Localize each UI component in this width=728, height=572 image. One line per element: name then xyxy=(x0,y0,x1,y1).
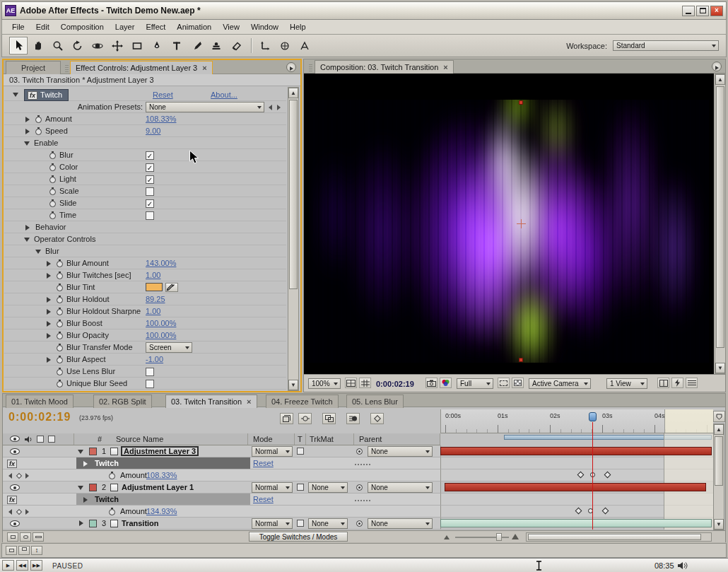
stopwatch-icon[interactable] xyxy=(49,213,56,219)
eyedropper-icon[interactable] xyxy=(165,283,178,292)
panel-grip[interactable] xyxy=(65,64,69,72)
layer-color-chip[interactable] xyxy=(89,520,97,527)
show-channel-icon[interactable] xyxy=(440,378,452,388)
effect-reset-link[interactable]: Reset xyxy=(253,495,274,503)
param-checkbox[interactable]: ✓ xyxy=(146,163,154,172)
brush-tool-icon[interactable] xyxy=(187,37,206,54)
composition-image[interactable] xyxy=(309,100,709,363)
lock-column-icon[interactable] xyxy=(48,436,55,443)
tab-comp-3[interactable]: 03. Twitch Transition× xyxy=(165,395,257,408)
stopwatch-icon[interactable] xyxy=(57,321,63,327)
twirl-icon[interactable] xyxy=(78,450,83,454)
stopwatch-icon[interactable] xyxy=(57,261,63,267)
tab-effect-controls[interactable]: Effect Controls: Adjustment Layer 3× xyxy=(70,61,213,74)
menu-composition[interactable]: Composition xyxy=(55,21,110,33)
color-swatch[interactable] xyxy=(146,283,163,291)
twirl-icon[interactable] xyxy=(83,497,88,503)
stopwatch-icon[interactable] xyxy=(35,129,42,135)
stopwatch-icon[interactable] xyxy=(57,273,63,279)
column-parent[interactable]: Parent xyxy=(359,435,382,443)
pan-behind-tool-icon[interactable] xyxy=(108,37,127,54)
menu-window[interactable]: Window xyxy=(245,21,284,33)
parent-dropdown[interactable]: None xyxy=(368,446,433,457)
camera-dropdown[interactable]: Active Camera xyxy=(529,378,591,389)
twirl-icon[interactable] xyxy=(47,261,51,267)
tab-close-icon[interactable]: × xyxy=(202,64,206,72)
stopwatch-icon[interactable] xyxy=(49,165,56,171)
layer-row[interactable]: 1 Adjustment Layer 3 Normal None xyxy=(3,445,440,457)
tab-close-icon[interactable]: × xyxy=(443,63,447,71)
stopwatch-icon[interactable] xyxy=(57,333,63,339)
layer-handle-bottom[interactable] xyxy=(519,358,523,362)
stopwatch-icon[interactable] xyxy=(57,381,63,387)
layer-handle-top[interactable] xyxy=(519,100,523,105)
motion-blur-icon[interactable] xyxy=(346,413,360,424)
twirl-icon[interactable] xyxy=(78,486,83,490)
type-tool-icon[interactable] xyxy=(168,37,186,54)
layer-row[interactable]: 3 Transition Normal None None xyxy=(3,518,440,530)
stopwatch-icon[interactable] xyxy=(49,153,56,159)
param-value[interactable]: 143.00% xyxy=(146,259,176,267)
rewind-button[interactable]: ◀◀ xyxy=(16,560,28,571)
blend-mode-dropdown[interactable]: Normal xyxy=(252,446,293,457)
auto-keyframe-icon[interactable] xyxy=(370,413,384,424)
scrollbar-thumb[interactable] xyxy=(289,100,298,289)
param-checkbox[interactable]: ✓ xyxy=(146,199,154,208)
param-value[interactable]: 100.00% xyxy=(146,331,176,339)
parent-dropdown[interactable]: None xyxy=(368,518,433,529)
stopwatch-icon[interactable] xyxy=(57,309,63,315)
timeline-scrollbar[interactable]: ▲ ▼ xyxy=(713,424,724,530)
add-keyframe-icon[interactable] xyxy=(16,509,22,515)
zoom-in-icon[interactable] xyxy=(512,534,519,539)
stopwatch-icon[interactable] xyxy=(109,509,115,515)
param-value[interactable]: 108.33% xyxy=(146,115,176,123)
zoom-tool-icon[interactable] xyxy=(49,37,67,54)
pickwhip-icon[interactable] xyxy=(356,484,363,491)
twirl-icon[interactable] xyxy=(35,250,41,254)
axis-world-icon[interactable] xyxy=(276,37,293,54)
effect-name[interactable]: Twitch xyxy=(95,495,119,503)
param-value[interactable]: 89.25 xyxy=(146,295,165,303)
close-button[interactable]: × xyxy=(710,6,723,16)
transparency-grid-icon[interactable] xyxy=(512,378,524,388)
layer-duration-bar[interactable] xyxy=(440,447,712,455)
effect-row[interactable]: fx Twitch Reset xyxy=(3,494,440,506)
menu-edit[interactable]: Edit xyxy=(30,21,55,33)
composition-viewer[interactable] xyxy=(304,74,714,374)
twirl-icon[interactable] xyxy=(24,238,30,242)
region-of-interest-icon[interactable] xyxy=(498,378,510,388)
twirl-icon[interactable] xyxy=(25,117,30,122)
twirl-icon[interactable] xyxy=(24,141,30,146)
audio-column-icon[interactable] xyxy=(24,436,33,443)
preserve-transparency-checkbox[interactable] xyxy=(297,484,304,491)
tab-comp-1[interactable]: 01. Twitch Mood xyxy=(6,395,74,408)
maximize-button[interactable] xyxy=(696,6,709,16)
axis-local-icon[interactable] xyxy=(257,37,274,54)
layer-color-chip[interactable] xyxy=(89,484,97,491)
orbit-camera-tool-icon[interactable] xyxy=(88,37,107,54)
menu-effect[interactable]: Effect xyxy=(140,21,171,33)
panel-menu-icon[interactable] xyxy=(712,62,722,71)
stopwatch-icon[interactable] xyxy=(49,189,56,195)
scroll-up-icon[interactable]: ▲ xyxy=(715,74,725,85)
stopwatch-icon[interactable] xyxy=(57,345,63,351)
comp-marker-bin-icon[interactable] xyxy=(713,411,725,422)
column-mode[interactable]: Mode xyxy=(253,435,273,443)
twirl-icon[interactable] xyxy=(13,93,18,97)
stopwatch-icon[interactable] xyxy=(57,357,63,363)
column-trkmat[interactable]: TrkMat xyxy=(310,435,334,443)
horizontal-scrollbar[interactable] xyxy=(526,532,712,542)
twirl-icon[interactable] xyxy=(47,297,51,303)
axis-view-icon[interactable] xyxy=(296,37,313,54)
draft-3d-icon[interactable] xyxy=(280,413,293,424)
column-num[interactable]: # xyxy=(98,435,102,443)
expand-layer-switches-icon[interactable] xyxy=(7,532,18,542)
scrollbar-thumb[interactable] xyxy=(716,86,724,348)
presets-dropdown[interactable]: None xyxy=(146,102,264,112)
fast-preview-icon[interactable] xyxy=(671,378,683,388)
hand-tool-icon[interactable] xyxy=(29,37,47,54)
comp-timecode[interactable]: 0:00:02:19 xyxy=(376,380,414,388)
menu-help[interactable]: Help xyxy=(284,21,312,33)
scroll-down-icon[interactable]: ▼ xyxy=(288,380,298,390)
forward-button[interactable]: ▶▶ xyxy=(30,560,42,571)
